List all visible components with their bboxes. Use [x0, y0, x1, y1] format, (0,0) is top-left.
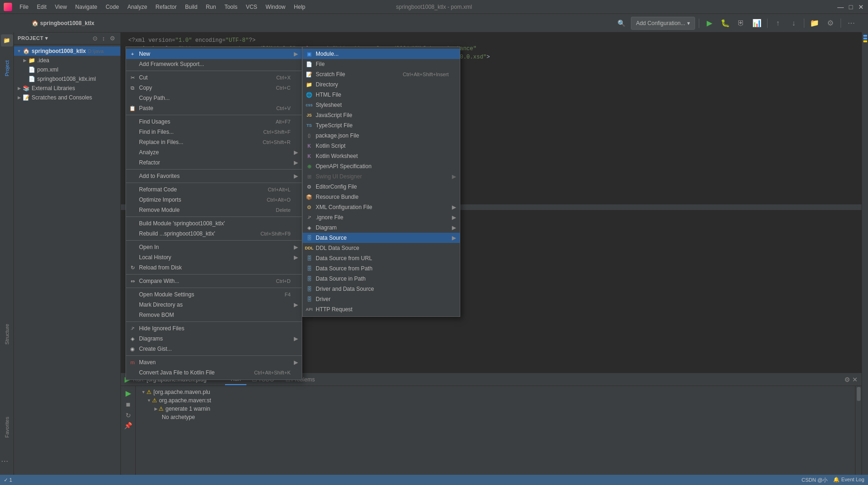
new-kotlin-worksheet-item[interactable]: K Kotlin Worksheet: [303, 151, 460, 161]
context-copy[interactable]: ⧉ Copy Ctrl+C: [126, 83, 302, 93]
menu-navigate[interactable]: Navigate: [72, 3, 101, 11]
new-xml-config-item[interactable]: ⚙ XML Configuration File ▶: [303, 202, 460, 212]
js-label: JavaScript File: [316, 112, 449, 118]
context-refactor[interactable]: Refactor ▶: [126, 157, 302, 168]
context-optimize-imports[interactable]: Optimize Imports Ctrl+Alt+O: [126, 195, 302, 205]
new-html-item[interactable]: 🌐 HTML File: [303, 90, 460, 100]
new-package-json-item[interactable]: {} package.json File: [303, 131, 460, 141]
compare-icon: ⇔: [129, 277, 136, 285]
ignore-icon: .i*: [305, 214, 313, 221]
context-rebuild-module[interactable]: Rebuild ...springboot1008_ktlx' Ctrl+Shi…: [126, 229, 302, 239]
analyze-label: Analyze: [139, 149, 291, 156]
context-replace-in-files[interactable]: Replace in Files... Ctrl+Shift+R: [126, 137, 302, 147]
reformat-shortcut: Ctrl+Alt+L: [258, 187, 291, 192]
driver-ds-icon: 🗄: [305, 285, 313, 293]
context-add-favorites[interactable]: Add to Favorites ▶: [126, 171, 302, 181]
new-ds-path-item[interactable]: 🗄 Data Source from Path: [303, 263, 460, 274]
module-label: Module...: [316, 51, 449, 57]
context-add-framework[interactable]: Add Framework Support...: [126, 59, 302, 69]
new-diagram-item[interactable]: ◈ Diagram ▶: [303, 223, 460, 233]
menu-code[interactable]: Code: [102, 3, 123, 11]
xml-config-arrow: ▶: [452, 204, 456, 210]
new-file-item[interactable]: 📄 File: [303, 59, 460, 69]
new-driver-item[interactable]: 🗄 Driver: [303, 294, 460, 304]
new-http-request-item[interactable]: API HTTP Request: [303, 304, 460, 315]
context-mark-dir[interactable]: Mark Directory as ▶: [126, 300, 302, 310]
new-kotlin-script-item[interactable]: K Kotlin Script: [303, 141, 460, 151]
new-editorconfig-item[interactable]: ⚙ EditorConfig File: [303, 182, 460, 192]
ts-label: TypeScript File: [316, 122, 449, 129]
openapi-icon: ⊕: [305, 163, 313, 170]
context-menu-new[interactable]: + New ▶: [126, 49, 302, 59]
new-ddl-datasource-item[interactable]: DDL DDL Data Source: [303, 243, 460, 253]
html-label: HTML File: [316, 92, 449, 98]
context-module-settings[interactable]: Open Module Settings F4: [126, 289, 302, 300]
new-js-item[interactable]: JS JavaScript File: [303, 110, 460, 120]
new-openapi-item[interactable]: ⊕ OpenAPI Specification: [303, 161, 460, 171]
ddl-label: DDL Data Source: [316, 245, 449, 251]
resource-bundle-icon: 📦: [305, 193, 313, 201]
new-resource-bundle-item[interactable]: 📦 Resource Bundle: [303, 192, 460, 202]
context-open-in[interactable]: Open In ▶: [126, 242, 302, 252]
menu-help[interactable]: Help: [290, 3, 309, 11]
context-compare-with[interactable]: ⇔ Compare With... Ctrl+D: [126, 276, 302, 286]
context-find-usages[interactable]: Find Usages Alt+F7: [126, 117, 302, 127]
menu-analyze[interactable]: Analyze: [124, 3, 151, 11]
close-button[interactable]: ✕: [858, 4, 864, 10]
new-directory-item[interactable]: 📁 Directory: [303, 79, 460, 90]
new-ds-url-item[interactable]: 🗄 Data Source from URL: [303, 253, 460, 263]
menu-edit[interactable]: Edit: [33, 3, 50, 11]
context-analyze[interactable]: Analyze ▶: [126, 147, 302, 157]
new-ts-item[interactable]: TS TypeScript File: [303, 120, 460, 131]
context-local-history[interactable]: Local History ▶: [126, 252, 302, 262]
kotlin-script-icon: K: [305, 142, 313, 150]
new-stylesheet-item[interactable]: css Stylesheet: [303, 100, 460, 110]
context-copy-path[interactable]: Copy Path...: [126, 93, 302, 103]
paste-shortcut: Ctrl+V: [267, 105, 291, 111]
menu-run[interactable]: Run: [202, 3, 220, 11]
context-diagrams[interactable]: ◈ Diagrams ▶: [126, 334, 302, 344]
menu-window[interactable]: Window: [262, 3, 289, 11]
sep1: [126, 71, 302, 71]
refactor-label: Refactor: [139, 159, 291, 166]
package-json-label: package.json File: [316, 132, 449, 139]
context-convert-kotlin[interactable]: Convert Java File to Kotlin File Ctrl+Al…: [126, 367, 302, 378]
minimize-button[interactable]: —: [837, 4, 844, 10]
context-create-gist[interactable]: ◉ Create Gist...: [126, 344, 302, 354]
new-module-item[interactable]: ▣ Module...: [303, 49, 460, 59]
maximize-button[interactable]: □: [848, 4, 854, 10]
convert-kotlin-shortcut: Ctrl+Alt+Shift+K: [245, 370, 291, 375]
new-ignore-file-item[interactable]: .i* .ignore File ▶: [303, 212, 460, 223]
titlebar: File Edit View Navigate Code Analyze Ref…: [0, 0, 868, 14]
context-find-in-files[interactable]: Find in Files... Ctrl+Shift+F: [126, 127, 302, 137]
new-ds-in-path-item[interactable]: 🗄 Data Source in Path: [303, 274, 460, 284]
sep6: [126, 240, 302, 241]
context-maven[interactable]: m Maven ▶: [126, 357, 302, 367]
kotlin-worksheet-label: Kotlin Worksheet: [316, 153, 449, 159]
copy-label: Copy: [139, 85, 267, 91]
context-remove-bom[interactable]: Remove BOM: [126, 310, 302, 320]
new-scratch-file-item[interactable]: 📝 Scratch File Ctrl+Alt+Shift+Insert: [303, 69, 460, 79]
menu-tools[interactable]: Tools: [221, 3, 241, 11]
menu-vcs[interactable]: VCS: [242, 3, 261, 11]
menu-file[interactable]: File: [16, 3, 32, 11]
context-hide-ignored[interactable]: .i* Hide Ignored Files: [126, 323, 302, 334]
package-json-icon: {}: [305, 132, 313, 139]
context-build-module[interactable]: Build Module 'springboot1008_ktlx': [126, 218, 302, 229]
context-remove-module[interactable]: Remove Module Delete: [126, 205, 302, 215]
datasource-label: Data Source: [316, 235, 449, 241]
xml-config-label: XML Configuration File: [316, 204, 449, 210]
menu-view[interactable]: View: [51, 3, 71, 11]
context-paste[interactable]: 📋 Paste Ctrl+V: [126, 103, 302, 113]
context-reformat[interactable]: Reformat Code Ctrl+Alt+L: [126, 184, 302, 195]
driver-ds-label: Driver and Data Source: [316, 286, 449, 292]
context-reload-disk[interactable]: ↻ Reload from Disk: [126, 262, 302, 273]
new-driver-datasource-item[interactable]: 🗄 Driver and Data Source: [303, 284, 460, 294]
context-cut[interactable]: ✂ Cut Ctrl+X: [126, 72, 302, 83]
editorconfig-icon: ⚙: [305, 183, 313, 190]
menu-build[interactable]: Build: [181, 3, 201, 11]
new-datasource-item[interactable]: 🗄 Data Source ▶: [303, 233, 460, 243]
ts-icon: TS: [305, 122, 313, 129]
add-framework-label: Add Framework Support...: [139, 61, 291, 67]
menu-refactor[interactable]: Refactor: [152, 3, 180, 11]
